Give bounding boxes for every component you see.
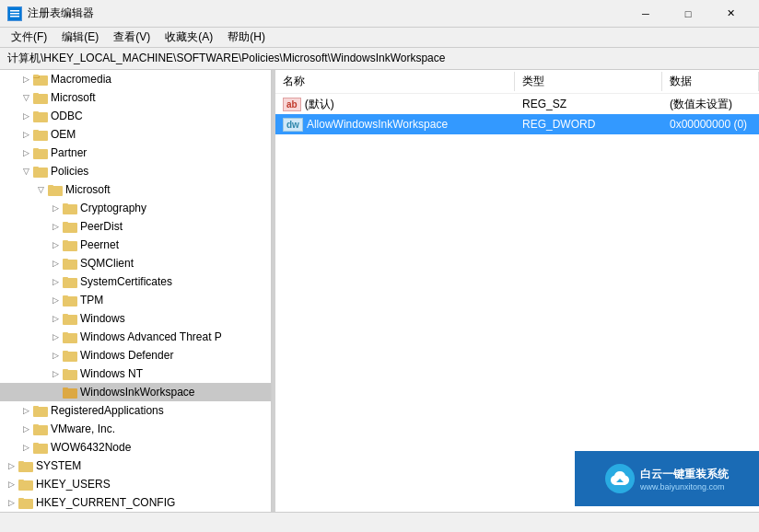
- tree-scroll[interactable]: ▷ Macromedia ▽ Microsoft ▷ ODBC: [0, 70, 271, 532]
- label-hkeycurrent: HKEY_CURRENT_CONFIG: [36, 496, 175, 509]
- svg-rect-50: [18, 480, 24, 482]
- tree-item-windowsnt[interactable]: ▷ Windows NT: [0, 364, 271, 383]
- tree-item-sqmclient[interactable]: ▷ SQMClient: [0, 254, 271, 272]
- tree-item-systemcerts[interactable]: ▷ SystemCertificates: [0, 272, 271, 291]
- tree-item-windows[interactable]: ▷ Windows: [0, 309, 271, 328]
- tree-item-wow6432[interactable]: ▷ WOW6432Node: [0, 438, 271, 457]
- svg-rect-38: [63, 369, 68, 372]
- label-tpm: TPM: [80, 294, 103, 306]
- tree-item-cryptography[interactable]: ▷ Cryptography: [0, 199, 271, 217]
- expander-peerdist[interactable]: ▷: [48, 219, 63, 234]
- expander-defender[interactable]: ▷: [48, 348, 63, 363]
- folder-icon-windowsnt: [63, 367, 77, 380]
- minimize-button[interactable]: ─: [625, 0, 667, 28]
- tree-item-policies-microsoft[interactable]: ▽ Microsoft: [0, 180, 271, 199]
- tree-item-macromedia[interactable]: ▷ Macromedia: [0, 70, 271, 88]
- expander-hkeycurrent[interactable]: ▷: [4, 495, 18, 510]
- tree-item-peernet[interactable]: ▷ Peernet: [0, 236, 271, 254]
- col-header-type[interactable]: 类型: [515, 72, 662, 91]
- close-button[interactable]: ✕: [709, 0, 752, 28]
- app-icon: [7, 6, 22, 21]
- expander-peernet[interactable]: ▷: [48, 237, 63, 252]
- menu-file[interactable]: 文件(F): [4, 28, 54, 47]
- tree-item-wat[interactable]: ▷ Windows Advanced Threat P: [0, 328, 271, 346]
- expander-wow6432[interactable]: ▷: [18, 440, 33, 455]
- tree-item-microsoft[interactable]: ▽ Microsoft: [0, 88, 271, 107]
- expander-wat[interactable]: ▷: [48, 330, 63, 344]
- expander-microsoft[interactable]: ▽: [18, 90, 33, 105]
- svg-rect-3: [10, 16, 19, 17]
- tree-item-peerdist[interactable]: ▷ PeerDist: [0, 217, 271, 236]
- expander-oem[interactable]: ▷: [18, 127, 33, 142]
- label-oem: OEM: [51, 128, 76, 141]
- svg-rect-32: [63, 314, 68, 317]
- window-controls: ─ □ ✕: [625, 0, 752, 28]
- label-system: SYSTEM: [36, 459, 81, 472]
- expander-policies[interactable]: ▽: [18, 164, 33, 179]
- col-header-name[interactable]: 名称: [275, 72, 515, 91]
- tree-item-partner[interactable]: ▷ Partner: [0, 144, 271, 162]
- folder-icon-hkeycurrent: [18, 496, 33, 509]
- label-hkeyusers: HKEY_USERS: [36, 478, 111, 491]
- reg-cell-allowink-type: REG_DWORD: [515, 116, 662, 133]
- tree-item-hkeyusers[interactable]: ▷ HKEY_USERS: [0, 475, 271, 493]
- label-windows: Windows: [80, 312, 125, 325]
- tree-item-regapps[interactable]: ▷ RegisteredApplications: [0, 401, 271, 420]
- label-policies-microsoft: Microsoft: [65, 183, 111, 196]
- folder-icon-wow6432: [33, 441, 48, 454]
- menu-favorites[interactable]: 收藏夹(A): [158, 28, 220, 47]
- svg-rect-28: [63, 277, 68, 280]
- expander-partner[interactable]: ▷: [18, 145, 33, 160]
- expander-sqmclient[interactable]: ▷: [48, 256, 63, 271]
- tree-item-inkworkspace[interactable]: WindowsInkWorkspace: [0, 383, 271, 401]
- reg-row-allowink[interactable]: dw AllowWindowsInkWorkspace REG_DWORD 0x…: [275, 114, 759, 134]
- tree-item-tpm[interactable]: ▷ TPM: [0, 291, 271, 309]
- window-title: 注册表编辑器: [28, 6, 625, 21]
- tree-item-vmware[interactable]: ▷ VMware, Inc.: [0, 420, 271, 438]
- tree-item-system[interactable]: ▷ SYSTEM: [0, 457, 271, 475]
- svg-rect-26: [63, 259, 68, 261]
- expander-windows[interactable]: ▷: [48, 311, 63, 326]
- expander-odbc[interactable]: ▷: [18, 109, 33, 123]
- svg-rect-16: [33, 167, 39, 169]
- tree-item-oem[interactable]: ▷ OEM: [0, 125, 271, 144]
- label-defender: Windows Defender: [80, 349, 173, 362]
- address-bar: 计算机\HKEY_LOCAL_MACHINE\SOFTWARE\Policies…: [0, 48, 759, 70]
- expander-systemcerts[interactable]: ▷: [48, 274, 63, 289]
- expander-hkeyusers[interactable]: ▷: [4, 477, 18, 492]
- svg-rect-52: [18, 498, 24, 501]
- menu-view[interactable]: 查看(V): [106, 28, 158, 47]
- folder-icon-microsoft: [33, 91, 48, 104]
- expander-tpm[interactable]: ▷: [48, 293, 63, 307]
- expander-vmware[interactable]: ▷: [18, 422, 33, 436]
- menu-help[interactable]: 帮助(H): [220, 28, 273, 47]
- col-header-data[interactable]: 数据: [662, 72, 759, 91]
- label-peernet: Peernet: [80, 238, 119, 251]
- expander-cryptography[interactable]: ▷: [48, 201, 63, 215]
- reg-row-default[interactable]: ab (默认) REG_SZ (数值未设置): [275, 94, 759, 114]
- expander-windowsnt[interactable]: ▷: [48, 366, 63, 381]
- label-sqmclient: SQMClient: [80, 257, 134, 270]
- menu-edit[interactable]: 编辑(E): [54, 28, 106, 47]
- tree-item-odbc[interactable]: ▷ ODBC: [0, 107, 271, 125]
- expander-policies-microsoft[interactable]: ▽: [33, 182, 48, 197]
- expander-macromedia[interactable]: ▷: [18, 72, 33, 87]
- expander-regapps[interactable]: ▷: [18, 403, 33, 418]
- dw-icon: dw: [283, 118, 303, 132]
- expander-system[interactable]: ▷: [4, 458, 18, 473]
- column-headers: 名称 类型 数据: [275, 70, 759, 94]
- folder-icon-peerdist: [63, 220, 77, 233]
- folder-icon-windows: [63, 312, 77, 325]
- tree-item-defender[interactable]: ▷ Windows Defender: [0, 346, 271, 364]
- folder-icon-tpm: [63, 294, 77, 306]
- maximize-button[interactable]: □: [667, 0, 709, 28]
- folder-icon-systemcerts: [63, 275, 77, 288]
- label-regapps: RegisteredApplications: [51, 404, 164, 417]
- tree-item-hkeycurrent[interactable]: ▷ HKEY_CURRENT_CONFIG: [0, 493, 271, 512]
- folder-icon-cryptography: [63, 202, 77, 214]
- label-policies: Policies: [51, 165, 88, 178]
- tree-item-policies[interactable]: ▽ Policies: [0, 162, 271, 180]
- address-path: 计算机\HKEY_LOCAL_MACHINE\SOFTWARE\Policies…: [7, 51, 445, 66]
- title-bar: 注册表编辑器 ─ □ ✕: [0, 0, 759, 28]
- reg-cell-default-name: ab (默认): [275, 95, 515, 114]
